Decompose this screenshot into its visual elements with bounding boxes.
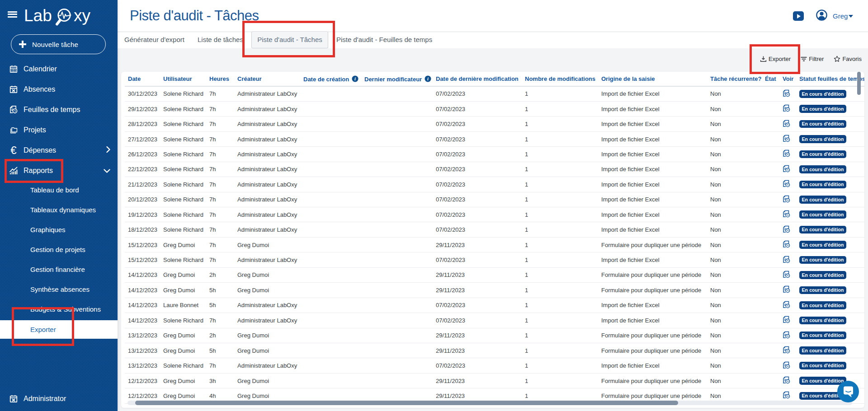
view-history-button[interactable] [779, 298, 796, 313]
cell-hours: 7h [206, 162, 234, 177]
view-history-button[interactable] [779, 222, 796, 237]
cell-creator: Administrateur LabOxy [234, 252, 300, 267]
view-history-button[interactable] [779, 358, 796, 373]
favorites-button[interactable]: Favoris [834, 56, 862, 62]
subnav-item-exporter[interactable]: Exporter [0, 320, 118, 339]
horizontal-scrollbar-thumb[interactable] [135, 401, 678, 405]
logo-xy-text: xy [74, 6, 91, 25]
subnav-item-synthese-absences[interactable]: Synthèse absences [0, 279, 118, 299]
subnav-item-budgets-subventions[interactable]: Budgets & Subventions [0, 299, 118, 319]
tab-piste-audit-feuilles[interactable]: Piste d'audit - Feuilles de temps [336, 32, 432, 48]
view-history-button[interactable] [779, 237, 796, 252]
view-history-button[interactable] [779, 207, 796, 222]
subnav-item-gestion-de-projets[interactable]: Gestion de projets [0, 239, 118, 259]
cell-user: Solene Richard [160, 177, 206, 192]
tab-liste-taches[interactable]: Liste de tâches [198, 32, 243, 48]
cell-creator: Greg Dumoi [234, 283, 300, 298]
view-history-button[interactable] [779, 252, 796, 267]
sidebar-item-projets[interactable]: Projets [0, 120, 118, 140]
history-document-icon [783, 120, 790, 127]
cell-etat [762, 207, 779, 222]
column-header-3[interactable]: Créateur [234, 72, 300, 86]
status-badge: En cours d'édition [799, 346, 846, 355]
table-row: 20/12/2023Solene Richard7hAdministrateur… [125, 192, 864, 207]
cell-modified: 07/02/2023 [433, 131, 522, 146]
sidebar-item-absences[interactable]: Absences [0, 79, 118, 99]
view-history-button[interactable] [779, 283, 796, 298]
filter-button[interactable]: Filtrer [801, 56, 824, 62]
view-history-button[interactable] [779, 373, 796, 388]
cell-modified: 29/11/2023 [433, 343, 522, 358]
subnav-item-graphiques[interactable]: Graphiques [0, 220, 118, 239]
view-history-button[interactable] [779, 147, 796, 162]
sidebar-item-calendrier[interactable]: Calendrier [0, 59, 118, 79]
history-document-icon [783, 165, 790, 173]
view-history-button[interactable] [779, 313, 796, 328]
user-menu[interactable]: Greg [833, 12, 848, 20]
favorites-label: Favoris [842, 56, 862, 62]
cell-recurrent: Non [707, 343, 762, 358]
column-header-2[interactable]: Heures [206, 72, 234, 86]
subnav-item-gestion-financiere[interactable]: Gestion financière [0, 259, 118, 279]
table-row: 13/12/2023Greg Dumoi2hGreg Dumoi29/11/20… [125, 328, 864, 343]
view-history-button[interactable] [779, 131, 796, 146]
cell-modifier [361, 283, 433, 298]
view-history-button[interactable] [779, 117, 796, 131]
cell-etat [762, 328, 779, 343]
cell-recurrent: Non [707, 131, 762, 146]
sidebar-item-feuilles-de-temps[interactable]: Feuilles de temps [0, 99, 118, 120]
column-header-11[interactable]: Voir [779, 72, 796, 86]
column-header-4[interactable]: Date de créationi [300, 72, 361, 86]
sidebar-item-depenses[interactable]: € Dépenses [0, 140, 118, 160]
cell-date: 14/12/2023 [125, 267, 160, 282]
cell-origin: Import de fichier Excel [598, 162, 707, 177]
cell-date: 13/12/2023 [125, 328, 160, 343]
cell-date: 15/12/2023 [125, 252, 160, 267]
history-document-icon [783, 104, 790, 112]
view-history-button[interactable] [779, 177, 796, 192]
new-task-button[interactable]: Nouvelle tâche [11, 34, 106, 54]
sidebar-item-rapports[interactable]: Rapports [0, 160, 118, 181]
tab-piste-audit-taches[interactable]: Piste d'audit - Tâches [251, 31, 328, 48]
view-history-button[interactable] [779, 86, 796, 101]
column-header-6[interactable]: Date de dernière modification [433, 72, 522, 86]
vertical-scrollbar-thumb[interactable] [857, 72, 861, 95]
view-history-button[interactable] [779, 162, 796, 177]
subnav-item-tableau-de-bord[interactable]: Tableau de bord [0, 180, 118, 200]
export-button[interactable]: Exporter [760, 56, 791, 62]
cell-etat [762, 162, 779, 177]
cell-user: Solene Richard [160, 252, 206, 267]
view-history-button[interactable] [779, 328, 796, 343]
sidebar-item-label: Dépenses [24, 146, 56, 154]
status-badge: En cours d'édition [799, 377, 846, 385]
cell-etat [762, 131, 779, 146]
column-header-1[interactable]: Utilisateur [160, 72, 206, 86]
column-header-7[interactable]: Nombre de modifications [522, 72, 598, 86]
column-header-0[interactable]: Date [125, 72, 160, 86]
column-header-9[interactable]: Tâche récurrente? [707, 72, 762, 86]
view-history-button[interactable] [779, 267, 796, 282]
sidebar-item-administrator[interactable]: Administrator [0, 386, 118, 411]
column-header-12[interactable]: Statut feuilles de temps [796, 72, 864, 86]
hamburger-menu-icon[interactable] [8, 11, 17, 18]
cell-count: 1 [522, 358, 598, 373]
caret-down-icon[interactable] [849, 15, 853, 18]
cell-created [300, 237, 361, 252]
subnav-item-tableaux-dynamiques[interactable]: Tableaux dynamiques [0, 200, 118, 220]
chat-widget-button[interactable] [837, 381, 859, 402]
tab-generateur-export[interactable]: Générateur d'export [124, 32, 184, 48]
view-history-button[interactable] [779, 101, 796, 116]
column-header-8[interactable]: Origine de la saisie [598, 72, 707, 86]
user-avatar-icon[interactable] [816, 9, 827, 21]
video-tutorial-icon[interactable] [793, 11, 804, 21]
main-area: Piste d'audit - Tâches Greg Générateur d… [118, 0, 868, 411]
view-history-button[interactable] [779, 192, 796, 207]
cell-count: 1 [522, 101, 598, 116]
view-history-button[interactable] [779, 343, 796, 358]
status-badge: En cours d'édition [799, 210, 846, 219]
column-header-10[interactable]: État [762, 72, 779, 86]
column-header-5[interactable]: Dernier modificateuri [361, 72, 433, 86]
table-row: 14/12/2023Laure Bonnet5hAdministrateur L… [125, 298, 864, 313]
cell-user: Solene Richard [160, 207, 206, 222]
cell-user: Solene Richard [160, 162, 206, 177]
